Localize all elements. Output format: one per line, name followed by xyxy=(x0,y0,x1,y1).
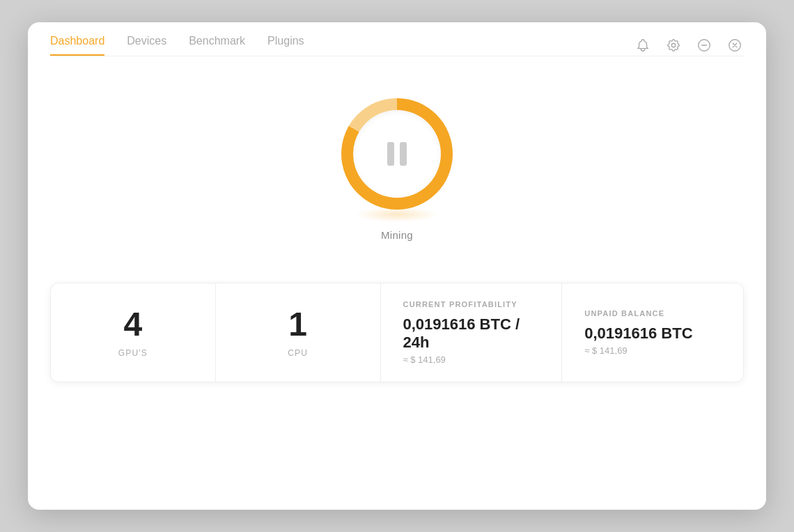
stat-card-gpus: 4 GPU'S xyxy=(51,283,216,382)
stats-row: 4 GPU'S 1 CPU CURRENT PROFITABILITY 0,01… xyxy=(50,283,744,382)
tab-plugins[interactable]: Plugins xyxy=(267,35,304,56)
balance-usd: ≈ $ 141,69 xyxy=(584,345,627,356)
balance-title: UNPAID BALANCE xyxy=(584,309,664,318)
settings-icon[interactable] xyxy=(664,36,683,54)
pause-icon xyxy=(387,142,407,166)
bell-icon[interactable] xyxy=(634,36,652,54)
tab-benchmark[interactable]: Benchmark xyxy=(189,35,245,56)
mining-status-label: Mining xyxy=(381,229,413,241)
pause-bar-left xyxy=(387,142,394,166)
gpus-label: GPU'S xyxy=(118,348,148,358)
mining-section: Mining xyxy=(341,98,453,241)
pause-bar-right xyxy=(400,142,407,166)
window-controls xyxy=(634,36,744,54)
cpu-label: CPU xyxy=(288,348,308,358)
stat-card-profitability: CURRENT PROFITABILITY 0,0191616 BTC / 24… xyxy=(381,283,563,382)
tab-dashboard[interactable]: Dashboard xyxy=(50,35,104,56)
minimize-icon[interactable] xyxy=(695,36,713,54)
cpu-value: 1 xyxy=(288,308,307,341)
mining-button[interactable] xyxy=(341,98,453,210)
tab-devices[interactable]: Devices xyxy=(127,35,166,56)
close-icon[interactable] xyxy=(726,36,744,54)
titlebar: Dashboard Devices Benchmark Plugins xyxy=(28,22,766,56)
balance-value: 0,0191616 BTC xyxy=(584,324,692,343)
mining-ring xyxy=(341,98,453,210)
stat-card-cpu: 1 CPU xyxy=(216,283,381,382)
main-content: Mining 4 GPU'S 1 CPU CURRENT PROFITABILI… xyxy=(28,56,766,510)
app-window: Dashboard Devices Benchmark Plugins xyxy=(28,22,766,510)
nav-tabs: Dashboard Devices Benchmark Plugins xyxy=(50,35,304,56)
profitability-usd: ≈ $ 141,69 xyxy=(403,354,446,365)
profitability-value: 0,0191616 BTC / 24h xyxy=(403,315,540,352)
gpus-value: 4 xyxy=(124,308,143,341)
stat-card-balance: UNPAID BALANCE 0,0191616 BTC ≈ $ 141,69 xyxy=(562,283,743,382)
profitability-title: CURRENT PROFITABILITY xyxy=(403,300,517,308)
